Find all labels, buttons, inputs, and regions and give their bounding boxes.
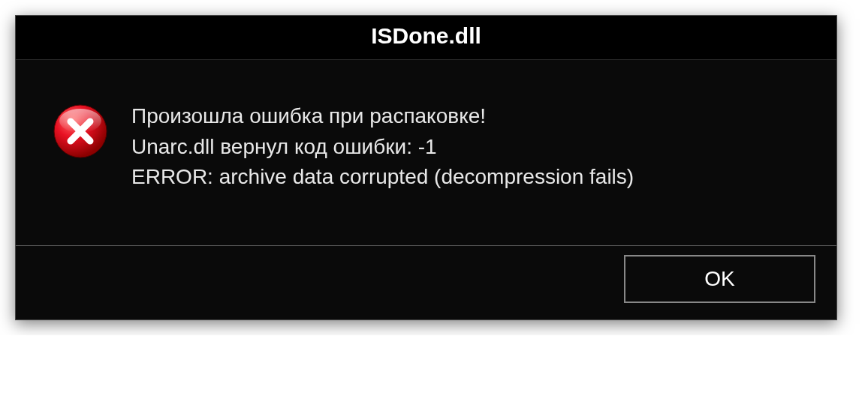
error-dialog: ISDone.dll [15, 15, 837, 320]
message-line-1: Произошла ошибка при распаковке! [131, 101, 634, 132]
message-line-3: ERROR: archive data corrupted (decompres… [131, 162, 634, 193]
ok-button[interactable]: OK [624, 255, 815, 303]
message-line-2: Unarc.dll вернул код ошибки: -1 [131, 132, 634, 163]
dialog-button-area: OK [16, 245, 836, 320]
dialog-title: ISDone.dll [371, 23, 481, 48]
dialog-message: Произошла ошибка при распаковке! Unarc.d… [131, 101, 634, 193]
dialog-content: Произошла ошибка при распаковке! Unarc.d… [16, 60, 836, 245]
error-icon [52, 103, 109, 163]
dialog-titlebar: ISDone.dll [16, 16, 836, 60]
